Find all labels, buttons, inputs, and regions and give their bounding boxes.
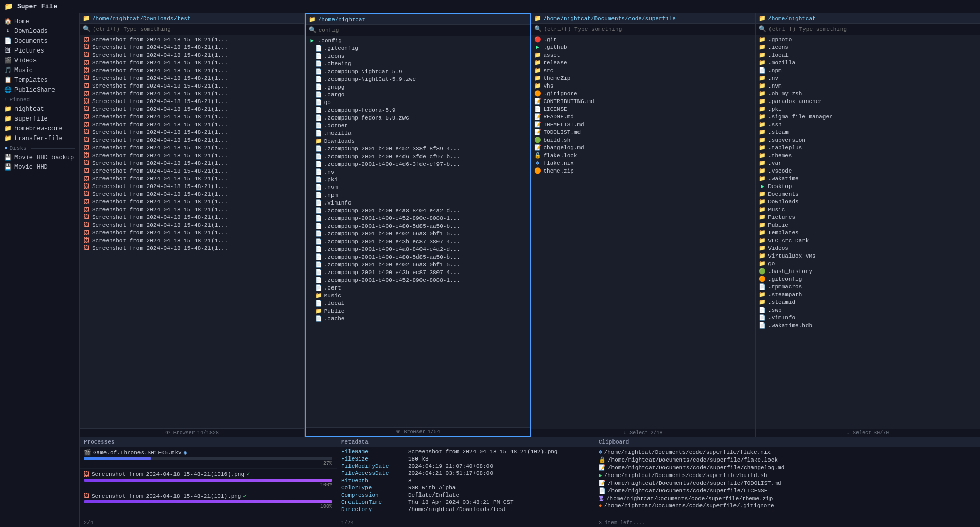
- sidebar-item-documents[interactable]: 📄Documents: [0, 36, 79, 46]
- file-item[interactable]: 📁Music: [306, 292, 530, 299]
- file-item[interactable]: 📁.sigma-file-manager: [756, 113, 980, 121]
- file-item[interactable]: 📄.zcompdump-fedora-5.9: [306, 106, 530, 114]
- sidebar-item-publicshare[interactable]: 🌐PublicShare: [0, 85, 79, 95]
- file-item[interactable]: 🖼Screenshot from 2024-04-18 15-48-21(1..…: [80, 151, 304, 159]
- file-item[interactable]: ▶.github: [531, 43, 756, 51]
- file-item[interactable]: 🖼Screenshot from 2024-04-18 15-48-21(1..…: [80, 198, 304, 206]
- panel3-search-input[interactable]: [544, 26, 752, 32]
- sidebar-item-pictures[interactable]: 🖼Pictures: [0, 46, 79, 56]
- file-item[interactable]: 📁.icons: [756, 43, 980, 51]
- file-item[interactable]: 🟢build.sh: [531, 136, 756, 144]
- sidebar-item-templates[interactable]: 📋Templates: [0, 75, 79, 85]
- file-item[interactable]: 📄.gnupg: [306, 83, 530, 91]
- clipboard-item[interactable]: 📝/home/nightcat/Documents/code/superfile…: [594, 479, 980, 487]
- file-item[interactable]: 📄.zcompdump-2001-b400-e452-890e-8088-1..…: [306, 276, 530, 284]
- file-item[interactable]: 📁.pki: [756, 105, 980, 113]
- file-item[interactable]: 📄.cargo: [306, 91, 530, 98]
- file-item[interactable]: 📁.nv: [756, 74, 980, 82]
- file-item[interactable]: 📄.vimInfo: [306, 199, 530, 207]
- file-item[interactable]: 🖼Screenshot from 2024-04-18 15-48-21(1..…: [80, 136, 304, 144]
- file-item[interactable]: 📄.chewing: [306, 60, 530, 67]
- file-item[interactable]: 📁Downloads: [756, 198, 980, 206]
- file-item[interactable]: ▶Desktop: [756, 182, 980, 190]
- file-item[interactable]: 📄.zcompdump-2001-b400-e402-66a3-0bf1-5..…: [306, 230, 530, 237]
- file-item[interactable]: 📝TODOLIST.md: [531, 128, 756, 136]
- file-item[interactable]: 📁.var: [756, 159, 980, 167]
- file-item[interactable]: ❄flake.nix: [531, 159, 756, 167]
- file-item[interactable]: 📁.ssh: [756, 121, 980, 128]
- file-item[interactable]: 📁Documents: [756, 190, 980, 198]
- sidebar-pinned-item[interactable]: 📁transfer-file: [0, 133, 79, 143]
- sidebar-pinned-item[interactable]: 📁nightcat: [0, 104, 79, 114]
- file-item[interactable]: 📄.zcompdump-2001-b400-e480-5d85-aa50-b..…: [306, 222, 530, 230]
- file-item[interactable]: 🖼Screenshot from 2024-04-18 15-48-21(1..…: [80, 90, 304, 97]
- file-item[interactable]: 📄.zcompdump-2001-b400-e4a8-8404-e4a2-d..…: [306, 245, 530, 253]
- file-item[interactable]: 📄.zcompdump-2001-b400-e452-890e-8088-1..…: [306, 214, 530, 222]
- file-item[interactable]: 📄.wakatime.bdb: [756, 321, 980, 329]
- file-item[interactable]: 📄.dotnet: [306, 122, 530, 129]
- file-item[interactable]: 📄.zcompdump-2001-b400-e480-5d85-aa50-b..…: [306, 253, 530, 261]
- file-item[interactable]: 🖼Screenshot from 2024-04-18 15-48-21(1..…: [80, 105, 304, 113]
- file-item[interactable]: 📄.npm: [306, 191, 530, 199]
- file-item[interactable]: 📁.gphoto: [756, 36, 980, 43]
- file-item[interactable]: 🖼Screenshot from 2024-04-18 15-48-21(1..…: [80, 236, 304, 244]
- file-item[interactable]: 📁themeZip: [531, 74, 756, 82]
- file-item[interactable]: 🖼Screenshot from 2024-04-18 15-48-21(1..…: [80, 175, 304, 182]
- file-item[interactable]: 🖼Screenshot from 2024-04-18 15-48-21(1..…: [80, 51, 304, 59]
- file-item[interactable]: ▶.config: [306, 37, 530, 44]
- file-item[interactable]: 🖼Screenshot from 2024-04-18 15-48-21(1..…: [80, 97, 304, 105]
- file-item[interactable]: 📄.gitconfig: [306, 44, 530, 52]
- file-item[interactable]: 📁Music: [756, 206, 980, 213]
- file-item[interactable]: 🖼Screenshot from 2024-04-18 15-48-21(1..…: [80, 59, 304, 66]
- file-item[interactable]: 🔒flake.lock: [531, 151, 756, 159]
- file-item[interactable]: 🔴.git: [531, 36, 756, 43]
- file-item[interactable]: 📄.zcompdump-2001-b400-e4a8-8404-e4a2-d..…: [306, 207, 530, 214]
- clipboard-item[interactable]: ●/home/nightcat/Documents/code/superfile…: [594, 502, 980, 509]
- file-item[interactable]: 📝changelog.md: [531, 144, 756, 151]
- file-item[interactable]: 📄.nvm: [306, 183, 530, 191]
- file-item[interactable]: 📄.zcompdump-2001-b400-e452-338f-8f89-4..…: [306, 145, 530, 152]
- file-item[interactable]: 📄.zcompdump-2001-b400-e4d6-3fde-cf97-b..…: [306, 160, 530, 168]
- clipboard-item[interactable]: 📄/home/nightcat/Documents/code/superfile…: [594, 487, 980, 495]
- file-item[interactable]: 📄.zcompdump-fedora-5.9.zwc: [306, 114, 530, 122]
- file-item[interactable]: 📁.oh-my-zsh: [756, 90, 980, 97]
- file-item[interactable]: 📁.wakatime: [756, 175, 980, 182]
- file-item[interactable]: 🖼Screenshot from 2024-04-18 15-48-21(1..…: [80, 144, 304, 151]
- file-item[interactable]: 📄LICENSE: [531, 105, 756, 113]
- panel4-search[interactable]: 🔍: [756, 24, 980, 35]
- file-item[interactable]: 🟠.gitignore: [531, 90, 756, 97]
- file-item[interactable]: 📄.swp: [756, 306, 980, 314]
- file-item[interactable]: 📄.zcompdump-2001-b400-e4d6-3fde-cf97-b..…: [306, 152, 530, 160]
- file-item[interactable]: 📁.paradoxlauncher: [756, 97, 980, 105]
- file-item[interactable]: 🖼Screenshot from 2024-04-18 15-48-21(1..…: [80, 74, 304, 82]
- clipboard-item[interactable]: ❄/home/nightcat/Documents/code/superfile…: [594, 448, 980, 456]
- file-item[interactable]: 🖼Screenshot from 2024-04-18 15-48-21(1..…: [80, 66, 304, 74]
- file-item[interactable]: 📁Templates: [756, 229, 980, 236]
- file-item[interactable]: 📁.mozilla: [756, 59, 980, 66]
- panel1-search[interactable]: 🔍: [80, 24, 304, 35]
- file-item[interactable]: 🖼Screenshot from 2024-04-18 15-48-21(1..…: [80, 206, 304, 213]
- file-item[interactable]: 📄.zcompdump-2001-b400-e402-66a3-0bf1-5..…: [306, 261, 530, 268]
- panel2-search-input[interactable]: [319, 27, 527, 33]
- file-item[interactable]: 🖼Screenshot from 2024-04-18 15-48-21(1..…: [80, 167, 304, 175]
- file-item[interactable]: 🖼Screenshot from 2024-04-18 15-48-21(1..…: [80, 182, 304, 190]
- file-item[interactable]: 📁Downloads: [306, 137, 530, 145]
- file-item[interactable]: 🖼Screenshot from 2024-04-18 15-48-21(1..…: [80, 229, 304, 236]
- panel4-search-input[interactable]: [768, 26, 977, 32]
- sidebar-disk-item[interactable]: 💾Movie HHD backup: [0, 152, 79, 162]
- panel1-search-input[interactable]: [93, 26, 301, 32]
- sidebar-item-downloads[interactable]: ⬇Downloads: [0, 26, 79, 36]
- file-item[interactable]: 📁.nvm: [756, 82, 980, 90]
- file-item[interactable]: 📁asset: [531, 51, 756, 59]
- sidebar-item-music[interactable]: 🎵Music: [0, 65, 79, 75]
- file-item[interactable]: 🖼Screenshot from 2024-04-18 15-48-21(1..…: [80, 43, 304, 51]
- file-item[interactable]: 🖼Screenshot from 2024-04-18 15-48-21(1..…: [80, 121, 304, 128]
- file-item[interactable]: 🟠.gitconfig: [756, 275, 980, 283]
- clipboard-item[interactable]: 📝/home/nightcat/Documents/code/superfile…: [594, 464, 980, 471]
- file-item[interactable]: 🖼Screenshot from 2024-04-18 15-48-21(1..…: [80, 159, 304, 167]
- panel2-search[interactable]: 🔍: [306, 25, 530, 36]
- file-item[interactable]: 📁.steamid: [756, 298, 980, 306]
- sidebar-pinned-item[interactable]: 📁homebrew-core: [0, 124, 79, 133]
- file-item[interactable]: 🖼Screenshot from 2024-04-18 15-48-21(1..…: [80, 113, 304, 121]
- file-item[interactable]: 📁.vscode: [756, 167, 980, 175]
